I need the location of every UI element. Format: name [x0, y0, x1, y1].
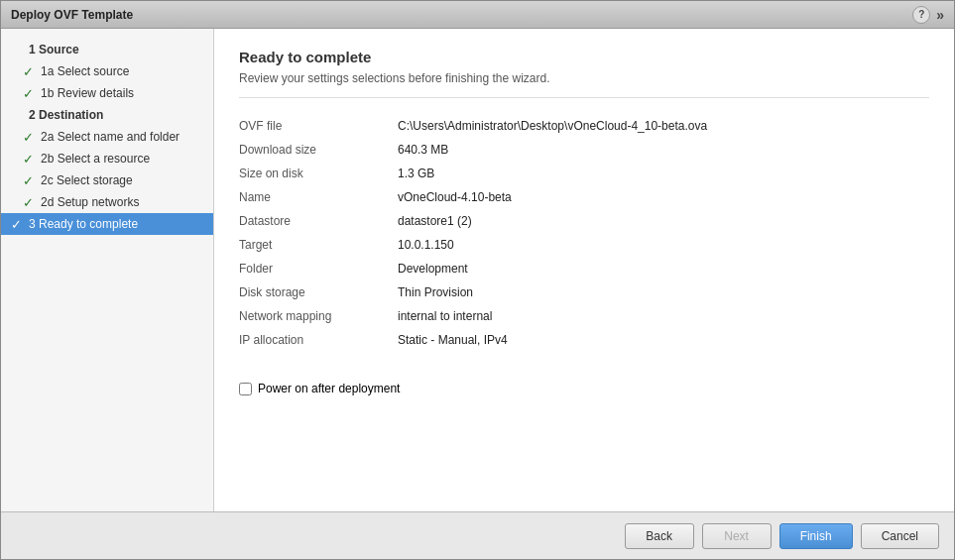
check-2a: ✓: [23, 130, 39, 145]
deploy-ovf-window: Deploy OVF Template ? » 1 Source ✓ 1a Se…: [0, 0, 955, 560]
sidebar-label-2d: 2d Setup networks: [41, 195, 205, 209]
sidebar-section2-label: 2 Destination: [29, 108, 205, 122]
help-icon[interactable]: ?: [912, 6, 930, 24]
table-row: NamevOneCloud-4.10-beta: [239, 185, 929, 209]
check-3: ✓: [11, 217, 27, 232]
field-value: C:\Users\Administrator\Desktop\vOneCloud…: [398, 114, 929, 138]
back-button[interactable]: Back: [625, 523, 694, 549]
footer: Back Next Finish Cancel: [1, 511, 954, 559]
table-row: Disk storageThin Provision: [239, 280, 929, 304]
sidebar-section-1: 1 Source: [1, 39, 213, 60]
table-row: OVF fileC:\Users\Administrator\Desktop\v…: [239, 114, 929, 138]
power-on-label: Power on after deployment: [258, 382, 400, 395]
check-1a: ✓: [23, 64, 39, 79]
sidebar-item-1a[interactable]: ✓ 1a Select source: [1, 60, 213, 82]
content-area: 1 Source ✓ 1a Select source ✓ 1b Review …: [1, 29, 954, 511]
title-bar-controls: ? »: [912, 6, 944, 24]
check-2c: ✓: [23, 173, 39, 188]
sidebar-item-1b[interactable]: ✓ 1b Review details: [1, 82, 213, 104]
sidebar-item-2d[interactable]: ✓ 2d Setup networks: [1, 191, 213, 213]
window-title: Deploy OVF Template: [11, 8, 133, 22]
field-value: internal to internal: [398, 304, 929, 328]
field-value: 1.3 GB: [398, 162, 929, 185]
field-label: IP allocation: [239, 328, 398, 352]
sidebar-label-3: 3 Ready to complete: [29, 217, 205, 231]
table-row: Target10.0.1.150: [239, 233, 929, 257]
field-label: Download size: [239, 138, 398, 162]
page-title: Ready to complete: [239, 49, 929, 65]
main-panel: Ready to complete Review your settings s…: [214, 29, 954, 511]
sidebar: 1 Source ✓ 1a Select source ✓ 1b Review …: [1, 29, 214, 511]
sidebar-label-2a: 2a Select name and folder: [41, 130, 205, 144]
sidebar-label-1a: 1a Select source: [41, 64, 205, 78]
expand-icon[interactable]: »: [936, 7, 944, 23]
power-on-row: Power on after deployment: [239, 382, 929, 395]
table-row: Network mappinginternal to internal: [239, 304, 929, 328]
table-row: IP allocationStatic - Manual, IPv4: [239, 328, 929, 352]
sidebar-label-1b: 1b Review details: [41, 86, 205, 100]
field-value: vOneCloud-4.10-beta: [398, 185, 929, 209]
field-label: Size on disk: [239, 162, 398, 185]
sidebar-item-3[interactable]: ✓ 3 Ready to complete: [1, 213, 213, 235]
sidebar-section1-label: 1 Source: [29, 43, 205, 56]
check-2b: ✓: [23, 152, 39, 167]
sidebar-item-2a[interactable]: ✓ 2a Select name and folder: [1, 126, 213, 148]
field-value: Static - Manual, IPv4: [398, 328, 929, 352]
field-label: Target: [239, 233, 398, 257]
field-value: Thin Provision: [398, 280, 929, 304]
table-row: Datastoredatastore1 (2): [239, 209, 929, 233]
page-subtitle: Review your settings selections before f…: [239, 71, 929, 98]
sidebar-item-2c[interactable]: ✓ 2c Select storage: [1, 169, 213, 191]
field-value: 640.3 MB: [398, 138, 929, 162]
field-label: OVF file: [239, 114, 398, 138]
next-button[interactable]: Next: [702, 523, 772, 549]
finish-button[interactable]: Finish: [779, 523, 853, 549]
table-row: Size on disk1.3 GB: [239, 162, 929, 185]
field-value: datastore1 (2): [398, 209, 929, 233]
title-bar: Deploy OVF Template ? »: [1, 1, 954, 29]
field-label: Name: [239, 185, 398, 209]
field-value: Development: [398, 257, 929, 280]
details-table: OVF fileC:\Users\Administrator\Desktop\v…: [239, 114, 929, 352]
sidebar-label-2c: 2c Select storage: [41, 173, 205, 187]
field-label: Disk storage: [239, 280, 398, 304]
field-label: Network mapping: [239, 304, 398, 328]
field-value: 10.0.1.150: [398, 233, 929, 257]
table-row: Download size640.3 MB: [239, 138, 929, 162]
field-label: Folder: [239, 257, 398, 280]
field-label: Datastore: [239, 209, 398, 233]
sidebar-item-2b[interactable]: ✓ 2b Select a resource: [1, 148, 213, 169]
sidebar-label-2b: 2b Select a resource: [41, 152, 205, 166]
table-row: FolderDevelopment: [239, 257, 929, 280]
cancel-button[interactable]: Cancel: [861, 523, 939, 549]
sidebar-section-2: 2 Destination: [1, 104, 213, 126]
check-1b: ✓: [23, 86, 39, 101]
power-on-checkbox[interactable]: [239, 383, 252, 395]
check-2d: ✓: [23, 195, 39, 210]
